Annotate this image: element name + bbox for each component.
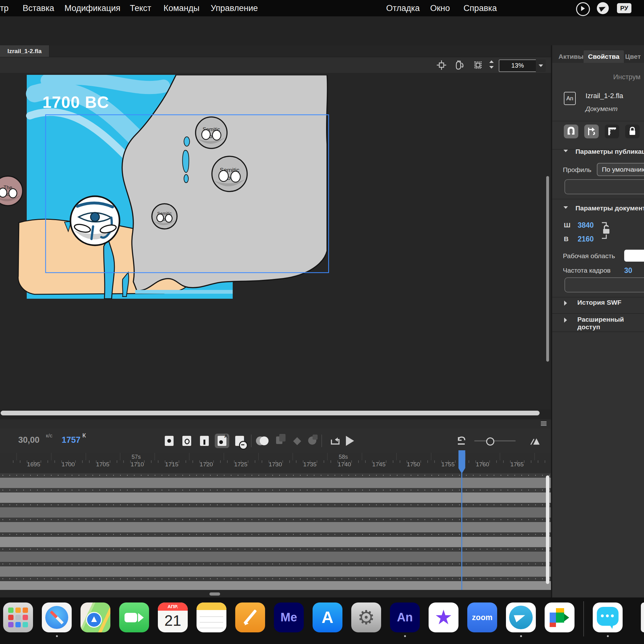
dock-edge-app-icon[interactable]	[641, 602, 644, 632]
canvas-vertical-scrollbar[interactable]	[546, 176, 549, 362]
zoom-level-input[interactable]: 13%	[499, 59, 536, 72]
canvas-pasteboard[interactable]: 1700 BC SemitictribesSemitictribesSemiti…	[0, 73, 551, 409]
fit-timeline-zoom-button[interactable]	[529, 435, 541, 447]
loop-playback-button[interactable]	[329, 435, 341, 447]
onion-skin-button[interactable]	[256, 436, 270, 446]
timeline-layer-row[interactable]	[0, 536, 551, 547]
semitic-tribes-ball-3[interactable]: Semitictribes	[152, 204, 177, 229]
link-dimensions-icon[interactable]	[599, 220, 613, 241]
timeline-layer-row[interactable]	[0, 507, 551, 518]
timeline-layer-row[interactable]	[0, 492, 551, 503]
profile-dropdown[interactable]: По умолчанию	[597, 163, 644, 176]
dock-icon-settings[interactable]: ⚙	[351, 602, 381, 632]
auto-keyframe-button[interactable]: A	[218, 436, 226, 446]
zoom-level-dropdown[interactable]	[536, 59, 546, 72]
doc-section-title[interactable]: Параметры документа	[575, 204, 644, 212]
extended-access-title[interactable]: Расширенный доступ	[577, 316, 644, 331]
dock-icon-zoom[interactable]: zoom	[467, 602, 497, 632]
tab-color[interactable]: Цвет	[621, 50, 644, 63]
dock-icon-calendar[interactable]: АПР.21	[158, 602, 188, 632]
play-status-icon[interactable]	[576, 2, 590, 16]
dock-icon-telegram[interactable]	[506, 602, 536, 632]
motion-editor-button[interactable]	[308, 436, 316, 445]
snap-magnet-toggle[interactable]	[564, 125, 578, 138]
play-button[interactable]	[346, 436, 354, 446]
swf-history-chevron[interactable]	[564, 301, 567, 306]
doc-settings-button[interactable]	[564, 277, 644, 292]
rotate-hand-icon[interactable]	[454, 60, 465, 70]
dock-icon-chat[interactable]	[593, 602, 623, 632]
menu-item-0[interactable]: тр	[0, 3, 8, 13]
menu-item-right-2[interactable]: Справка	[464, 3, 497, 13]
doc-section-chevron[interactable]	[563, 206, 568, 209]
publish-section-title[interactable]: Параметры публикации	[575, 148, 644, 155]
dock-icon-imovie[interactable]: ★	[429, 602, 458, 632]
insert-blank-keyframe-button[interactable]	[182, 436, 191, 446]
width-value[interactable]: 3840	[578, 221, 594, 230]
menu-item-1[interactable]: Вставка	[23, 3, 54, 13]
menu-item-right-1[interactable]: Окно	[430, 3, 450, 13]
canvas-horizontal-scrollbar[interactable]	[1, 411, 540, 415]
location-menubar-icon[interactable]	[597, 2, 609, 14]
tab-assets[interactable]: Активы	[554, 50, 588, 63]
rulers-toggle[interactable]	[605, 125, 619, 138]
dock-icon-google-meet[interactable]	[545, 602, 575, 632]
insert-frame-button[interactable]	[200, 436, 209, 446]
swf-history-title[interactable]: История SWF	[577, 299, 621, 306]
egypt-ball[interactable]	[70, 196, 119, 245]
timeline-layer-row[interactable]	[0, 566, 551, 577]
semitic-tribes-ball-1[interactable]: Semitictribes	[196, 117, 227, 148]
paste-frames-button[interactable]	[276, 436, 282, 444]
stage-canvas[interactable]: 1700 BC SemitictribesSemitictribesSemiti…	[0, 75, 343, 301]
publish-settings-button[interactable]	[564, 179, 644, 194]
dock-icon-launchpad[interactable]	[3, 602, 33, 632]
height-value[interactable]: 2160	[578, 235, 594, 243]
dock-icon-pages[interactable]	[235, 602, 265, 632]
dock-icon-app-store[interactable]: A	[313, 602, 342, 632]
timeline-zoom-slider[interactable]	[474, 440, 516, 441]
zoom-stepper-down[interactable]	[489, 66, 494, 69]
delete-frame-button[interactable]	[235, 436, 244, 446]
create-tween-button[interactable]	[292, 436, 303, 447]
extended-access-chevron[interactable]	[564, 318, 567, 323]
timeline-menu-icon[interactable]	[541, 421, 547, 426]
timeline-horizontal-scrollbar[interactable]	[209, 592, 220, 596]
dock-icon-facetime[interactable]	[119, 602, 149, 632]
timeline-layer-row[interactable]	[0, 522, 551, 532]
input-language-badge[interactable]: РУ	[617, 3, 631, 13]
menu-item-4[interactable]: Команды	[164, 3, 199, 13]
publish-section-chevron[interactable]	[563, 150, 568, 152]
menu-item-right-0[interactable]: Отладка	[386, 3, 420, 13]
fps-value[interactable]: 30	[624, 266, 632, 275]
animate-doc-icon: An	[564, 92, 576, 105]
timeline-layer-row[interactable]	[0, 581, 551, 590]
dock-icon-media-encoder[interactable]: Me	[274, 602, 304, 632]
reset-timeline-zoom-button[interactable]	[455, 435, 467, 447]
timeline-current-frame[interactable]: 1757	[62, 435, 81, 445]
dock-icon-maps[interactable]	[81, 602, 110, 632]
clip-content-icon[interactable]	[473, 60, 483, 70]
center-stage-icon[interactable]	[436, 60, 447, 70]
timeline-vertical-scrollbar[interactable]	[546, 475, 549, 584]
timeline-layer-row[interactable]	[0, 551, 551, 562]
timeline-ruler[interactable]: 57s58s1695170017051710171517201725173017…	[0, 453, 551, 473]
menu-item-2[interactable]: Модификация	[64, 3, 120, 13]
document-tab[interactable]: Izrail_1-2.fla	[0, 45, 49, 57]
dock-icon-safari[interactable]	[42, 602, 72, 632]
tab-properties[interactable]: Свойства	[584, 50, 624, 63]
timeline-fps-value[interactable]: 30,00	[18, 435, 40, 445]
menu-item-5[interactable]: Управление	[211, 3, 258, 13]
timeline-layer-row[interactable]	[0, 477, 551, 488]
dock-icon-notes[interactable]	[197, 602, 226, 632]
semitic-tribes-ball-2[interactable]: Semitictribes	[212, 156, 247, 192]
insert-keyframe-button[interactable]	[165, 436, 174, 446]
hyksos-ball[interactable]: TheHyksos	[0, 176, 23, 206]
timeline-zoom-knob[interactable]	[486, 437, 494, 446]
dock-icon-animate[interactable]: An	[390, 602, 420, 632]
snap-align-toggle[interactable]	[584, 125, 599, 138]
timeline-layer-rows[interactable]	[0, 473, 551, 590]
stage-color-swatch[interactable]	[624, 250, 644, 262]
lock-toggle[interactable]	[625, 125, 640, 138]
menu-item-3[interactable]: Текст	[130, 3, 151, 13]
zoom-stepper-up[interactable]	[489, 60, 494, 63]
